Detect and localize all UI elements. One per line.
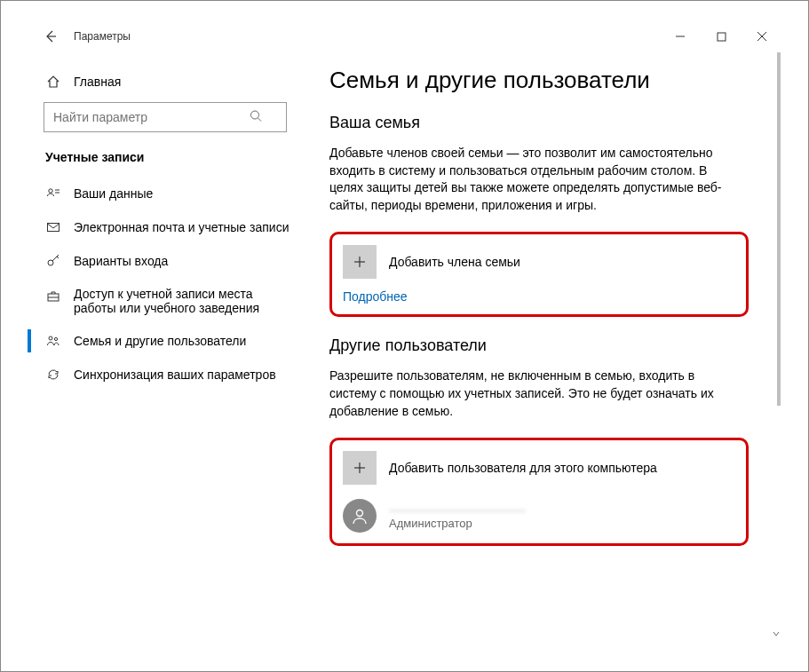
family-description: Добавьте членов своей семьи — это позвол… [329,145,738,214]
sidebar-item-label: Доступ к учетной записи места работы или… [74,287,290,315]
arrow-left-icon [44,29,58,43]
highlight-others: Добавить пользователя для этого компьюте… [329,438,749,546]
svg-point-17 [54,337,57,340]
people-icon [45,333,61,349]
sync-icon [45,367,61,383]
svg-point-22 [357,510,363,517]
sidebar-item-work-access[interactable]: Доступ к учетной записи места работы или… [28,278,303,324]
add-other-user[interactable]: Добавить пользователя для этого компьюте… [343,449,735,486]
plus-icon [343,451,377,485]
add-other-label: Добавить пользователя для этого компьюте… [389,461,657,475]
user-name: ——————————— [389,502,526,517]
key-icon [45,253,61,269]
main-content: Семья и другие пользователи Ваша семья Д… [303,52,782,642]
sidebar-item-family[interactable]: Семья и другие пользователи [28,324,303,358]
person-card-icon [45,186,61,202]
titlebar: Параметры [28,20,782,52]
close-button[interactable] [742,22,782,51]
scrollbar-down-icon[interactable] [770,628,782,640]
avatar-icon [343,499,377,533]
sidebar-home[interactable]: Главная [28,65,303,99]
minimize-icon [675,31,686,42]
svg-line-13 [57,257,59,258]
svg-rect-2 [718,33,726,41]
back-button[interactable] [36,22,65,51]
sidebar-section-label: Учетные записи [28,145,303,177]
user-info: ——————————— Администратор [389,502,526,530]
sidebar-item-email[interactable]: Электронная почта и учетные записи [28,210,303,244]
sidebar-home-label: Главная [74,75,121,89]
sidebar-item-label: Варианты входа [74,254,168,268]
sidebar-item-your-info[interactable]: Ваши данные [28,177,303,210]
sidebar-item-label: Семья и другие пользователи [74,334,246,348]
mail-icon [45,219,61,235]
window-body: Главная Учетные записи Ваши данн [28,52,782,642]
highlight-family: Добавить члена семьи Подробнее [329,232,749,317]
svg-point-16 [49,336,52,340]
maximize-icon [717,32,726,42]
sidebar-item-signin-options[interactable]: Варианты входа [28,244,303,278]
sidebar-item-sync[interactable]: Синхронизация ваших параметров [28,358,303,391]
home-icon [45,74,61,90]
screenshot-frame: Параметры Главная [0,0,809,672]
user-entry[interactable]: ——————————— Администратор [343,499,735,533]
family-heading: Ваша семья [329,114,756,132]
minimize-button[interactable] [660,22,701,51]
sidebar-item-label: Синхронизация ваших параметров [74,368,276,382]
briefcase-icon [45,289,61,304]
user-role: Администратор [389,517,526,530]
maximize-button[interactable] [701,22,742,51]
sidebar-item-label: Электронная почта и учетные записи [74,220,289,234]
settings-window: Параметры Главная [28,20,782,642]
others-description: Разрешите пользователям, не включенным в… [329,368,738,420]
window-title: Параметры [74,30,131,43]
scrollbar-thumb[interactable] [777,52,781,406]
scrollbar[interactable] [770,52,782,642]
add-family-label: Добавить члена семьи [389,255,520,269]
plus-icon [343,245,377,279]
svg-point-7 [49,189,52,193]
window-controls [660,22,782,51]
close-icon [757,31,767,42]
search-container [28,99,303,145]
add-family-member[interactable]: Добавить члена семьи [343,243,735,281]
search-input[interactable] [44,102,287,132]
others-heading: Другие пользователи [329,336,756,355]
sidebar-item-label: Ваши данные [74,186,153,201]
sidebar: Главная Учетные записи Ваши данн [28,52,303,642]
page-title: Семья и другие пользователи [329,67,756,94]
learn-more-link[interactable]: Подробнее [343,289,408,304]
svg-rect-10 [48,224,59,232]
